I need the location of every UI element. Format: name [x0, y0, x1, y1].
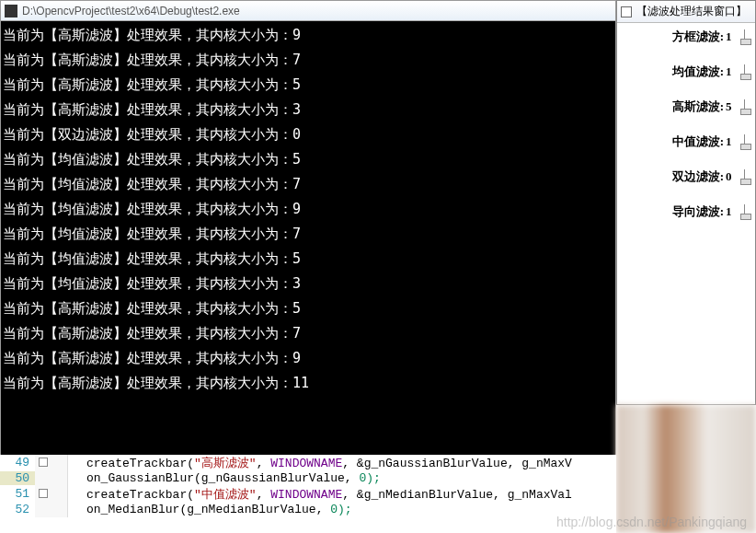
- console-line: 当前为【均值滤波】处理效果，其内核大小为：5: [1, 147, 615, 172]
- slider-track[interactable]: [740, 204, 750, 219]
- slider-value: 1: [726, 29, 737, 44]
- slider-label: 高斯滤波:: [672, 98, 724, 115]
- console-line: 当前为【均值滤波】处理效果，其内核大小为：7: [1, 172, 615, 197]
- slider-label: 方框滤波:: [672, 29, 724, 45]
- gutter-bar: [35, 486, 68, 502]
- slider-guided-filter: 导向滤波: 1: [619, 203, 753, 220]
- console-line: 当前为【高斯滤波】处理效果，其内核大小为：9: [1, 346, 615, 371]
- line-number: 51: [0, 487, 35, 501]
- window-icon: [621, 6, 632, 17]
- code-text[interactable]: createTrackbar("中值滤波", WINDOWNAME, &g_nM…: [68, 486, 572, 503]
- slider-track[interactable]: [740, 99, 750, 114]
- breakpoint-marker[interactable]: [39, 489, 48, 498]
- result-titlebar[interactable]: 【滤波处理结果窗口】: [617, 1, 755, 23]
- console-body[interactable]: 当前为【高斯滤波】处理效果，其内核大小为：9 当前为【高斯滤波】处理效果，其内核…: [1, 21, 615, 456]
- console-line: 当前为【高斯滤波】处理效果，其内核大小为：11: [1, 371, 615, 396]
- console-titlebar[interactable]: D:\OpencvProject\test2\x64\Debug\test2.e…: [1, 1, 615, 21]
- console-window: D:\OpencvProject\test2\x64\Debug\test2.e…: [0, 0, 616, 455]
- gutter-bar: [35, 470, 68, 486]
- code-text[interactable]: on_GaussianBlur(g_nGaussianBlurValue, 0)…: [68, 471, 381, 485]
- slider-value: 1: [726, 134, 737, 149]
- code-line: 50 on_GaussianBlur(g_nGaussianBlurValue,…: [0, 470, 616, 486]
- result-body: 方框滤波: 1 均值滤波: 1 高斯滤波: 5 中值滤波: 1 双边滤波: 0 …: [617, 23, 755, 244]
- console-line: 当前为【高斯滤波】处理效果，其内核大小为：9: [1, 23, 615, 48]
- slider-bilateral-filter: 双边滤波: 0: [619, 168, 753, 185]
- console-line: 当前为【高斯滤波】处理效果，其内核大小为：7: [1, 48, 615, 73]
- slider-label: 均值滤波:: [672, 64, 724, 80]
- line-number: 52: [0, 503, 35, 516]
- line-number: 50: [0, 471, 35, 485]
- slider-value: 1: [726, 204, 737, 219]
- slider-label: 双边滤波:: [672, 168, 724, 185]
- console-title-text: D:\OpencvProject\test2\x64\Debug\test2.e…: [22, 5, 240, 17]
- console-line: 当前为【双边滤波】处理效果，其内核大小为：0: [1, 122, 615, 147]
- slider-box-filter: 方框滤波: 1: [619, 29, 753, 45]
- gutter-bar: [35, 502, 68, 517]
- slider-value: 5: [726, 99, 737, 114]
- code-line: 52 on_MedianBlur(g_nMedianBlurValue, 0);: [0, 502, 616, 517]
- slider-gaussian-filter: 高斯滤波: 5: [619, 98, 753, 115]
- console-line: 当前为【均值滤波】处理效果，其内核大小为：9: [1, 197, 615, 222]
- code-text[interactable]: on_MedianBlur(g_nMedianBlurValue, 0);: [68, 503, 352, 516]
- slider-median-filter: 中值滤波: 1: [619, 133, 753, 150]
- console-line: 当前为【高斯滤波】处理效果，其内核大小为：5: [1, 73, 615, 98]
- app-icon: [5, 5, 17, 17]
- console-line: 当前为【高斯滤波】处理效果，其内核大小为：7: [1, 321, 615, 346]
- slider-mean-filter: 均值滤波: 1: [619, 64, 753, 80]
- console-line: 当前为【高斯滤波】处理效果，其内核大小为：3: [1, 98, 615, 122]
- console-line: 当前为【均值滤波】处理效果，其内核大小为：5: [1, 247, 615, 272]
- slider-value: 1: [726, 64, 737, 79]
- code-line: 49 createTrackbar("高斯滤波", WINDOWNAME, &g…: [0, 455, 616, 470]
- code-editor[interactable]: 49 createTrackbar("高斯滤波", WINDOWNAME, &g…: [0, 455, 616, 533]
- slider-track[interactable]: [740, 134, 750, 149]
- result-window: 【滤波处理结果窗口】 方框滤波: 1 均值滤波: 1 高斯滤波: 5 中值滤波:…: [616, 0, 756, 405]
- slider-track[interactable]: [740, 64, 750, 79]
- slider-track[interactable]: [740, 169, 750, 184]
- image-preview: [616, 405, 756, 533]
- result-title-text: 【滤波处理结果窗口】: [636, 4, 747, 19]
- slider-label: 中值滤波:: [672, 133, 724, 150]
- gutter-bar: [35, 455, 68, 470]
- line-number: 49: [0, 456, 35, 469]
- code-text[interactable]: createTrackbar("高斯滤波", WINDOWNAME, &g_nG…: [68, 455, 572, 471]
- breakpoint-marker[interactable]: [39, 458, 48, 467]
- code-line: 51 createTrackbar("中值滤波", WINDOWNAME, &g…: [0, 486, 616, 502]
- console-line: 当前为【均值滤波】处理效果，其内核大小为：7: [1, 222, 615, 247]
- slider-label: 导向滤波:: [672, 203, 724, 220]
- console-line: 当前为【高斯滤波】处理效果，其内核大小为：5: [1, 296, 615, 321]
- console-line: 当前为【均值滤波】处理效果，其内核大小为：3: [1, 272, 615, 296]
- slider-value: 0: [726, 169, 737, 184]
- slider-track[interactable]: [740, 29, 750, 44]
